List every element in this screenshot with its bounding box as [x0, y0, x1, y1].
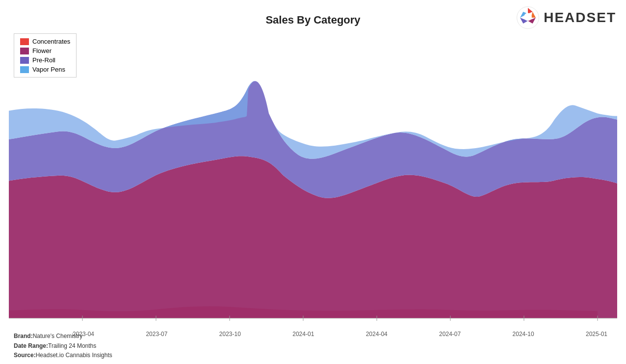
x-label-2023-10: 2023-10	[219, 331, 241, 338]
x-label-2024-04: 2024-04	[366, 331, 388, 338]
footer-source-label: Source:	[14, 352, 36, 359]
footer-brand: Brand:Nature's Chemistry	[14, 332, 112, 341]
footer-brand-label: Brand:	[14, 333, 33, 339]
page: HEADSET Sales By Category Concentrates F…	[0, 0, 626, 364]
footer-daterange: Date Range:Trailing 24 Months	[14, 341, 112, 351]
footer-daterange-value: Trailing 24 Months	[48, 342, 96, 349]
x-label-2024-01: 2024-01	[292, 331, 314, 338]
x-label-2024-10: 2024-10	[513, 331, 534, 338]
x-label-2024-07: 2024-07	[439, 331, 461, 338]
x-label-2023-07: 2023-07	[146, 331, 167, 338]
footer-source-value: Headset.io Cannabis Insights	[36, 352, 112, 359]
footer-info: Brand:Nature's Chemistry Date Range:Trai…	[14, 332, 112, 360]
footer-source: Source:Headset.io Cannabis Insights	[14, 351, 112, 360]
footer-daterange-label: Date Range:	[14, 342, 48, 349]
footer-brand-value: Nature's Chemistry	[33, 333, 83, 339]
chart-title: Sales By Category	[0, 14, 626, 26]
x-label-2025-01: 2025-01	[586, 331, 607, 338]
chart-area	[9, 30, 617, 321]
chart-svg	[9, 30, 617, 321]
